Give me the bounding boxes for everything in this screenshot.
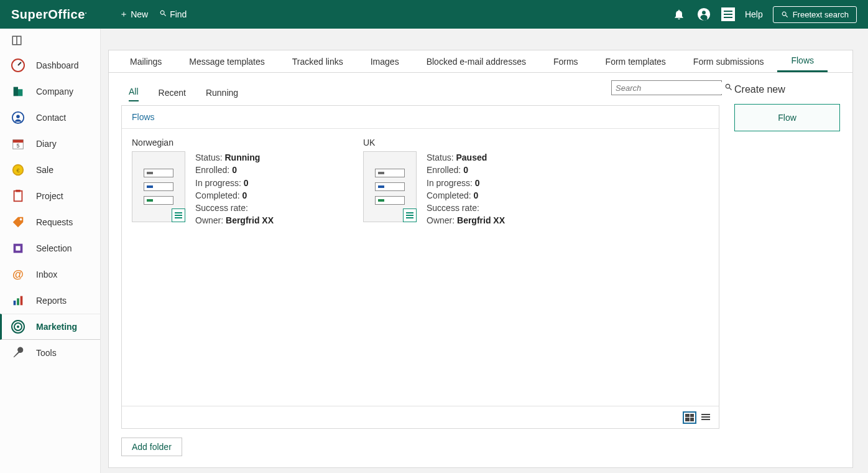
add-folder-button[interactable]: Add folder bbox=[121, 438, 182, 456]
subtab-running[interactable]: Running bbox=[206, 88, 238, 101]
create-flow-button[interactable]: Flow bbox=[734, 104, 840, 131]
building-icon bbox=[10, 83, 26, 100]
tab-images[interactable]: Images bbox=[357, 50, 413, 72]
tab-tracked-links[interactable]: Tracked links bbox=[279, 50, 357, 72]
sidebar-item-marketing[interactable]: Marketing bbox=[0, 314, 100, 340]
sidebar-item-sale[interactable]: € Sale bbox=[0, 157, 100, 183]
tab-forms[interactable]: Forms bbox=[540, 50, 592, 72]
stat-value: Bergfrid XX bbox=[457, 215, 505, 225]
subtab-recent[interactable]: Recent bbox=[159, 88, 186, 101]
sidebar-item-reports[interactable]: Reports bbox=[0, 288, 100, 314]
find-button[interactable]: Find bbox=[159, 9, 187, 20]
stat-label: Completed: bbox=[427, 190, 471, 200]
panel: All Recent Running Flows Norwegian bbox=[108, 72, 853, 468]
sidebar-item-requests[interactable]: Requests bbox=[0, 209, 100, 235]
flow-stats: Status: Paused Enrolled: 0 In progress: … bbox=[427, 151, 505, 227]
stat-value: 0 bbox=[475, 178, 480, 188]
flow-card[interactable]: UK Status: Paused Enro bbox=[363, 138, 576, 227]
sidebar-label: Reports bbox=[36, 296, 67, 306]
create-panel: Create new Flow bbox=[734, 83, 840, 456]
subtab-label: Running bbox=[206, 88, 238, 98]
new-label: New bbox=[131, 9, 148, 19]
sidebar-label: Selection bbox=[36, 243, 72, 253]
svg-rect-22 bbox=[21, 296, 23, 306]
flow-name: UK bbox=[363, 138, 576, 148]
sidebar-item-company[interactable]: Company bbox=[0, 78, 100, 105]
stat-label: Owner: bbox=[195, 215, 223, 225]
user-icon[interactable] bbox=[696, 7, 711, 22]
sidebar-label: Marketing bbox=[36, 322, 77, 332]
freetext-search-button[interactable]: Freetext search bbox=[773, 6, 857, 23]
flow-cards: Norwegian Status: Running bbox=[122, 129, 719, 236]
sidebar-item-dashboard[interactable]: Dashboard bbox=[0, 52, 100, 78]
new-button[interactable]: ＋ New bbox=[119, 9, 148, 20]
flow-stats: Status: Running Enrolled: 0 In progress:… bbox=[195, 151, 274, 227]
find-label: Find bbox=[170, 9, 187, 19]
module-tabs: Mailings Message templates Tracked links… bbox=[108, 50, 853, 72]
card-menu-icon[interactable] bbox=[403, 208, 417, 222]
flow-name: Norwegian bbox=[132, 138, 344, 148]
wrench-icon bbox=[10, 345, 26, 361]
svg-rect-20 bbox=[14, 301, 16, 305]
search-icon[interactable] bbox=[724, 83, 733, 93]
stat-label: Owner: bbox=[427, 215, 455, 225]
menu-icon[interactable] bbox=[721, 7, 735, 21]
card-menu-icon[interactable] bbox=[172, 208, 185, 222]
stat-label: Status: bbox=[427, 152, 454, 162]
svg-point-16 bbox=[20, 218, 22, 221]
brand-suffix: . bbox=[85, 8, 87, 15]
stat-value: Paused bbox=[456, 152, 487, 162]
search-input[interactable] bbox=[612, 82, 724, 94]
sidebar-item-contact[interactable]: Contact bbox=[0, 105, 100, 131]
flows-breadcrumb[interactable]: Flows bbox=[122, 106, 719, 129]
flow-thumbnail bbox=[363, 151, 417, 222]
app-logo: SuperOffice. bbox=[11, 7, 87, 22]
brand-name: SuperOffice bbox=[11, 7, 85, 21]
help-link[interactable]: Help bbox=[745, 9, 763, 19]
create-button-label: Flow bbox=[778, 113, 796, 123]
chart-icon bbox=[10, 293, 26, 309]
stat-value: 0 bbox=[242, 190, 247, 200]
svg-text:@: @ bbox=[12, 268, 24, 281]
panel-left: All Recent Running Flows Norwegian bbox=[121, 83, 719, 456]
list-view-icon[interactable] bbox=[700, 413, 711, 423]
tab-flows[interactable]: Flows bbox=[777, 50, 828, 72]
grid-view-icon[interactable] bbox=[684, 413, 695, 423]
tab-form-submissions[interactable]: Form submissions bbox=[680, 50, 778, 72]
sidebar-label: Sale bbox=[36, 165, 53, 175]
bell-icon[interactable] bbox=[672, 7, 686, 22]
svg-point-1 bbox=[702, 11, 706, 14]
calendar-icon: 5 bbox=[10, 136, 26, 152]
sidebar-item-inbox[interactable]: @ Inbox bbox=[0, 261, 100, 288]
stat-value: 0 bbox=[232, 165, 237, 175]
sidebar-item-diary[interactable]: 5 Diary bbox=[0, 131, 100, 157]
subtab-label: All bbox=[129, 87, 139, 96]
tab-form-templates[interactable]: Form templates bbox=[592, 50, 680, 72]
freetext-label: Freetext search bbox=[793, 10, 849, 19]
stat-value: Running bbox=[224, 152, 260, 162]
sidebar-item-tools[interactable]: Tools bbox=[0, 340, 100, 366]
stat-label: Completed: bbox=[195, 190, 240, 200]
tab-label: Message templates bbox=[189, 57, 264, 67]
tab-blocked-email[interactable]: Blocked e-mail addresses bbox=[413, 50, 540, 72]
main-area: Mailings Message templates Tracked links… bbox=[101, 29, 868, 473]
sidebar-item-project[interactable]: Project bbox=[0, 183, 100, 209]
header-left-actions: ＋ New Find bbox=[119, 9, 187, 20]
selection-icon bbox=[10, 240, 26, 256]
tab-message-templates[interactable]: Message templates bbox=[175, 50, 278, 72]
tab-label: Form templates bbox=[606, 57, 666, 67]
tab-mailings[interactable]: Mailings bbox=[116, 50, 175, 72]
tab-label: Mailings bbox=[130, 57, 162, 67]
sidebar-item-selection[interactable]: Selection bbox=[0, 235, 100, 261]
subtab-all[interactable]: All bbox=[129, 87, 139, 101]
flow-card[interactable]: Norwegian Status: Running bbox=[132, 138, 344, 227]
sidebar-label: Project bbox=[36, 191, 63, 201]
search-field[interactable] bbox=[611, 80, 722, 95]
svg-rect-18 bbox=[16, 246, 20, 250]
stat-label: Enrolled: bbox=[195, 165, 229, 175]
sidebar-label: Company bbox=[36, 87, 73, 96]
contact-icon bbox=[10, 110, 26, 126]
panel-icon[interactable] bbox=[0, 29, 100, 52]
target-icon bbox=[10, 319, 26, 335]
stat-label: Enrolled: bbox=[427, 165, 461, 175]
